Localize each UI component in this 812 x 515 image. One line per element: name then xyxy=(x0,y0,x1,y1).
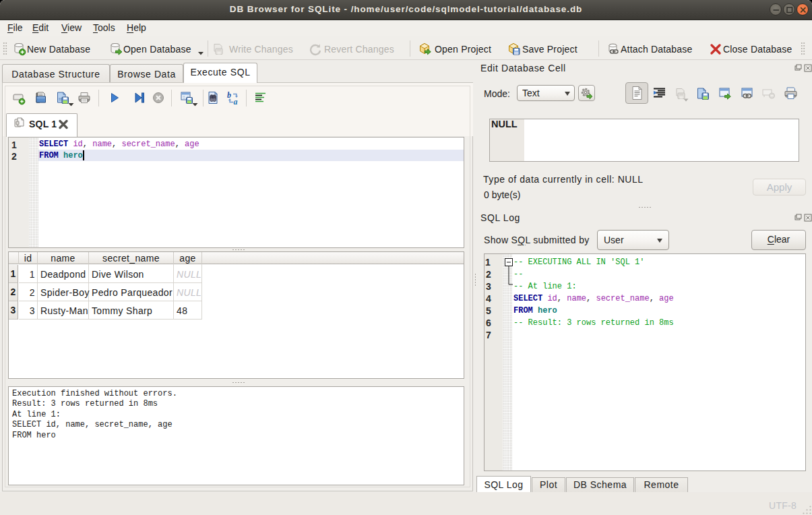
svg-text:a: a xyxy=(234,97,238,105)
svg-text:b: b xyxy=(227,91,231,100)
